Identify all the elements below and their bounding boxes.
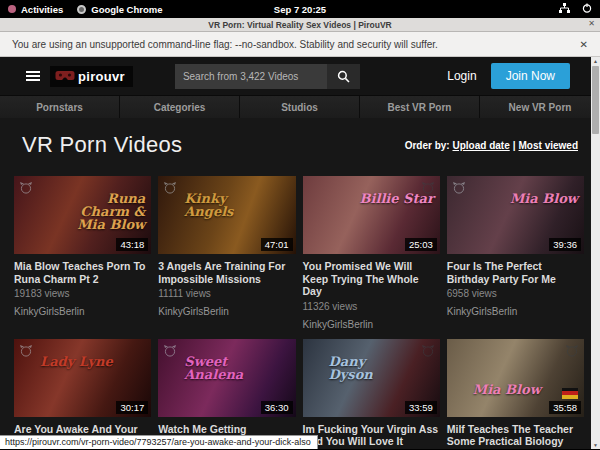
thumbnail-performer-label: Kinky Angels (184, 192, 264, 218)
video-card-7[interactable]: Dany Dyson 33:59 Im Fucking Your Virgin … (303, 339, 440, 449)
view-count: 11326 views (303, 301, 440, 312)
duration-badge: 39:36 (549, 238, 581, 251)
activities-button[interactable]: Activities (8, 4, 63, 15)
search-icon (337, 70, 350, 83)
screen: Activities Google Chrome Sep 7 20:25 VR … (0, 0, 600, 450)
video-title[interactable]: You Promised We Will Keep Trying The Who… (303, 260, 440, 298)
scrollbar-up-arrow-icon[interactable]: ▲ (593, 57, 598, 65)
order-by-most-viewed-link[interactable]: Most viewed (519, 140, 578, 151)
tab-title[interactable]: VR Porn: Virtual Reality Sex Videos | Pi… (208, 20, 391, 30)
video-thumbnail[interactable]: Billie Star 25:03 (303, 176, 440, 254)
video-title[interactable]: Milf Teaches The Teacher Some Practical … (447, 423, 584, 448)
menu-item-pornstars[interactable]: Pornstars (0, 96, 120, 118)
video-grid: Runa Charm & Mia Blow 43:18 Mia Blow Tea… (14, 176, 584, 449)
video-thumbnail[interactable]: Runa Charm & Mia Blow 43:18 (14, 176, 151, 254)
logo-text: pirouvr (78, 69, 125, 84)
video-card-1[interactable]: Runa Charm & Mia Blow 43:18 Mia Blow Tea… (14, 176, 151, 330)
studio-link[interactable]: KinkyGirlsBerlin (14, 306, 151, 317)
app-menu-button[interactable]: Google Chrome (77, 4, 162, 15)
order-by-separator: | (510, 140, 519, 151)
video-card-3[interactable]: Billie Star 25:03 You Promised We Will K… (303, 176, 440, 330)
clock[interactable]: Sep 7 20:25 (274, 4, 326, 15)
video-thumbnail[interactable]: Mia Blow 39:36 (447, 176, 584, 254)
system-top-bar: Activities Google Chrome Sep 7 20:25 (0, 0, 600, 18)
video-thumbnail[interactable]: Sweet Analena 36:30 (158, 339, 295, 417)
search-box (175, 64, 360, 89)
vr-headset-icon (55, 70, 75, 82)
thumbnail-performer-label: Mia Blow (510, 192, 578, 205)
status-bar-url: https://pirouvr.com/vr-porn-video/779325… (0, 435, 318, 449)
order-by-upload-date-link[interactable]: Upload date (452, 140, 509, 151)
duration-badge: 30:17 (116, 401, 148, 414)
german-flag-icon (562, 388, 578, 399)
power-icon[interactable] (582, 3, 592, 15)
studio-cat-mask-icon (452, 180, 466, 198)
site-navbar: pirouvr Login Join Now (0, 57, 600, 95)
menu-item-new-vr-porn[interactable]: New VR Porn (480, 96, 600, 118)
studio-link[interactable]: KinkyGirlsBerlin (447, 306, 584, 317)
search-input[interactable] (175, 64, 327, 89)
chrome-icon (77, 5, 86, 14)
site-logo[interactable]: pirouvr (50, 66, 133, 87)
studio-cat-mask-icon (421, 343, 435, 361)
video-thumbnail[interactable]: Lady Lyne 30:17 (14, 339, 151, 417)
browser-tab-bar: VR Porn: Virtual Reality Sex Videos | Pi… (0, 18, 600, 32)
duration-badge: 25:03 (405, 238, 437, 251)
thumbnail-performer-label: Lady Lyne (40, 355, 113, 368)
activities-icon (8, 5, 16, 13)
duration-badge: 43:18 (116, 238, 148, 251)
studio-cat-mask-icon (19, 343, 33, 361)
thumbnail-performer-label: Mia Blow (473, 383, 541, 396)
video-thumbnail[interactable]: Kinky Angels 47:01 (158, 176, 295, 254)
order-by-label: Order by: (405, 140, 450, 151)
network-icon[interactable] (559, 3, 570, 15)
scrollbar[interactable]: ▲ ▼ (591, 57, 600, 449)
video-title[interactable]: Im Fucking Your Virgin Ass And You Will … (303, 423, 440, 448)
studio-cat-mask-icon (565, 343, 579, 361)
join-now-button[interactable]: Join Now (491, 63, 570, 89)
login-link[interactable]: Login (433, 69, 490, 83)
duration-badge: 36:30 (261, 401, 293, 414)
thumbnail-performer-label: Runa Charm & Mia Blow (65, 192, 145, 231)
video-title[interactable]: 3 Angels Are Training For Impossible Mis… (158, 260, 295, 285)
hamburger-menu-icon[interactable] (26, 71, 40, 81)
menu-item-best-vr-porn[interactable]: Best VR Porn (360, 96, 480, 118)
activities-label: Activities (21, 4, 63, 15)
search-button[interactable] (327, 64, 360, 89)
view-count: 11111 views (158, 288, 295, 299)
studio-cat-mask-icon (19, 180, 33, 198)
menu-item-categories[interactable]: Categories (120, 96, 240, 118)
view-count: 6958 views (447, 288, 584, 299)
menu-item-studios[interactable]: Studios (240, 96, 360, 118)
studio-link[interactable]: KinkyGirlsBerlin (303, 319, 440, 330)
web-page: pirouvr Login Join Now Pornstars Categor… (0, 57, 600, 449)
video-thumbnail[interactable]: Dany Dyson 33:59 (303, 339, 440, 417)
video-card-2[interactable]: Kinky Angels 47:01 3 Angels Are Training… (158, 176, 295, 330)
view-count: 19183 views (14, 288, 151, 299)
duration-badge: 33:59 (405, 401, 437, 414)
video-title[interactable]: Mia Blow Teaches Porn To Runa Charm Pt 2 (14, 260, 151, 285)
page-content: VR Porn Videos Order by: Upload date|Mos… (0, 118, 600, 449)
thumbnail-performer-label: Dany Dyson (329, 355, 409, 381)
studio-link[interactable]: KinkyGirlsBerlin (158, 306, 295, 317)
tab-close-icon[interactable]: ✕ (588, 19, 595, 28)
video-card-8[interactable]: Mia Blow 35:58 Milf Teaches The Teacher … (447, 339, 584, 449)
page-title: VR Porn Videos (22, 132, 182, 158)
studio-cat-mask-icon (163, 180, 177, 198)
studio-cat-mask-icon (163, 343, 177, 361)
video-card-4[interactable]: Mia Blow 39:36 Four Is The Perfect Birth… (447, 176, 584, 330)
video-card-6[interactable]: Sweet Analena 36:30 Watch Me Getting Dom… (158, 339, 295, 449)
video-thumbnail[interactable]: Mia Blow 35:58 (447, 339, 584, 417)
duration-badge: 35:58 (549, 401, 581, 414)
infobar-close-icon[interactable]: ✕ (580, 39, 588, 50)
scrollbar-thumb[interactable] (592, 66, 599, 134)
scrollbar-down-arrow-icon[interactable]: ▼ (593, 441, 598, 449)
video-title[interactable]: Four Is The Perfect Birthday Party For M… (447, 260, 584, 285)
main-menu: Pornstars Categories Studios Best VR Por… (0, 95, 600, 118)
infobar-message: You are using an unsupported command-lin… (12, 39, 438, 50)
order-by: Order by: Upload date|Most viewed (405, 140, 578, 151)
app-menu-label: Google Chrome (91, 4, 162, 15)
duration-badge: 47:01 (261, 238, 293, 251)
thumbnail-performer-label: Sweet Analena (184, 355, 264, 381)
video-card-5[interactable]: Lady Lyne 30:17 Are You Awake And Your D… (14, 339, 151, 449)
